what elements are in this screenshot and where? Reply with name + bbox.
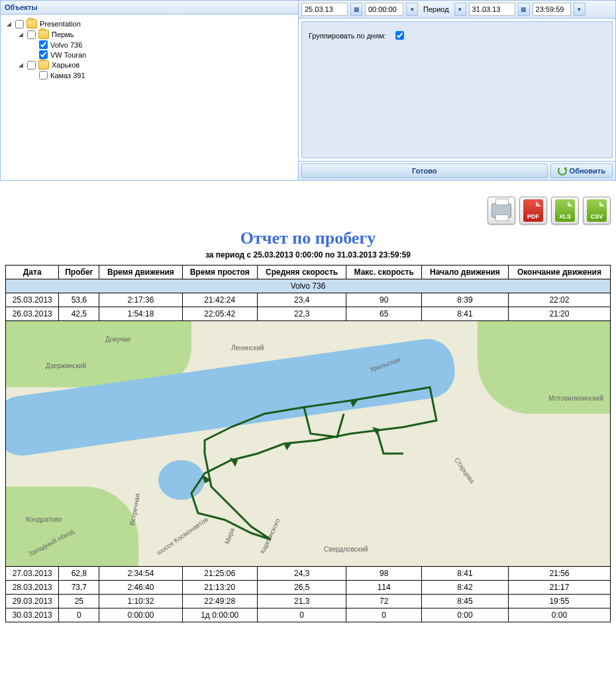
cell: 62,8 xyxy=(59,567,99,581)
col-avg-speed: Средняя скорость xyxy=(257,266,346,279)
ready-button[interactable]: Готово xyxy=(301,164,548,178)
map-row: Докучае Ленинский Дзержинский Мотовилихи… xyxy=(6,321,611,567)
export-pdf-button[interactable]: PDF xyxy=(519,197,547,224)
xls-icon: XLS xyxy=(555,199,575,222)
tree-group-kharkov[interactable]: ◢ Харьков xyxy=(5,60,294,70)
tree-item-volvo[interactable]: Volvo 736 xyxy=(5,40,294,50)
collapse-icon[interactable]: ◢ xyxy=(5,20,13,28)
chevron-down-icon[interactable]: ▾ xyxy=(454,3,466,16)
collapse-icon[interactable]: ◢ xyxy=(17,61,25,69)
map-label: Кондратово xyxy=(26,516,62,523)
cell: 21,3 xyxy=(257,595,346,608)
filter-container: Объекты ◢ Presentation ◢ Пермь Volvo 736 xyxy=(0,0,616,181)
print-button[interactable] xyxy=(488,197,515,224)
to-time-input[interactable] xyxy=(533,3,571,16)
cell: 21:56 xyxy=(508,567,610,581)
report-subtitle: за период с 25.03.2013 0:00:00 по 31.03.… xyxy=(5,250,611,260)
root-checkbox[interactable] xyxy=(15,20,24,28)
folder-icon xyxy=(38,30,49,39)
col-idle-time: Время простоя xyxy=(182,266,257,279)
cell: 0:00:00 xyxy=(99,608,182,622)
col-start: Начало движения xyxy=(422,266,509,279)
cell: 8:41 xyxy=(422,567,509,581)
item-checkbox[interactable] xyxy=(39,50,48,59)
cell: 2:17:36 xyxy=(99,293,182,307)
cell: 21:42:24 xyxy=(182,293,257,307)
cell: 8:39 xyxy=(422,293,509,307)
cell: 73,7 xyxy=(59,581,99,595)
cell: 2:34:54 xyxy=(99,567,182,581)
options-area: Группировать по дням: xyxy=(301,21,613,158)
group-checkbox[interactable] xyxy=(27,30,36,39)
table-row: 29.03.2013 25 1:10:32 22:49:28 21,3 72 8… xyxy=(6,595,611,608)
cell: 19:55 xyxy=(508,595,610,608)
cell: 0:00 xyxy=(508,608,610,622)
cell: 22,3 xyxy=(257,307,346,321)
cell: 98 xyxy=(346,567,422,581)
cell: 0:00 xyxy=(422,608,509,622)
refresh-label: Обновить xyxy=(570,167,605,175)
report-table: Дата Пробег Время движения Время простоя… xyxy=(5,265,611,622)
tree-group-perm[interactable]: ◢ Пермь xyxy=(5,29,294,40)
cell: 22:49:28 xyxy=(182,595,257,608)
table-row: 27.03.2013 62,8 2:34:54 21:25:06 24,3 98… xyxy=(6,567,611,581)
to-date-input[interactable] xyxy=(469,3,515,16)
refresh-button[interactable]: Обновить xyxy=(550,164,613,178)
cell: 21:17 xyxy=(508,581,610,595)
tree-root[interactable]: ◢ Presentation xyxy=(5,19,294,29)
export-xls-button[interactable]: XLS xyxy=(551,197,579,224)
cell: 2:46:40 xyxy=(99,581,182,595)
collapse-icon[interactable]: ◢ xyxy=(17,30,25,38)
spacer xyxy=(28,41,36,49)
item-checkbox[interactable] xyxy=(39,71,48,79)
cell: 114 xyxy=(346,581,422,595)
tree-item-kamaz[interactable]: Камаз 391 xyxy=(5,70,294,80)
cell: 65 xyxy=(346,307,422,321)
report-section: PDF XLS CSV Отчет по пробегу за период с… xyxy=(0,197,616,622)
cell: 72 xyxy=(346,595,422,608)
from-time-input[interactable] xyxy=(365,3,403,16)
tree-label: Пермь xyxy=(52,30,74,38)
cell: 26,5 xyxy=(257,581,346,595)
tree-label: VW Touran xyxy=(50,51,86,59)
export-row: PDF XLS CSV xyxy=(5,197,611,224)
refresh-icon xyxy=(558,166,567,175)
cell: 25.03.2013 xyxy=(6,293,59,307)
col-mileage: Пробег xyxy=(59,266,99,279)
map-label: Свердловский xyxy=(324,546,368,553)
printer-icon xyxy=(491,203,511,218)
report-title: Отчет по пробегу xyxy=(5,228,611,248)
cell: 53,6 xyxy=(59,293,99,307)
calendar-icon[interactable]: ▦ xyxy=(350,3,362,16)
cell: 25 xyxy=(59,595,99,608)
cell: 1:10:32 xyxy=(99,595,182,608)
objects-tree: ◢ Presentation ◢ Пермь Volvo 736 VW Tour… xyxy=(1,15,298,180)
cell: 30.03.2013 xyxy=(6,608,59,622)
tree-item-touran[interactable]: VW Touran xyxy=(5,50,294,60)
map-label: Ленинский xyxy=(231,344,264,352)
group-checkbox[interactable] xyxy=(27,61,36,70)
group-by-days-checkbox[interactable] xyxy=(395,31,404,40)
cell: 23,4 xyxy=(257,293,346,307)
chevron-down-icon[interactable]: ▾ xyxy=(574,3,586,16)
cell: 21:25:06 xyxy=(182,567,257,581)
tree-label: Камаз 391 xyxy=(50,72,85,79)
from-date-input[interactable] xyxy=(301,3,348,16)
map-label: Мотовилихинский xyxy=(548,395,603,402)
cell: 24,3 xyxy=(257,567,346,581)
ready-label: Готово xyxy=(412,167,436,175)
table-row: 26.03.2013 42,5 1:54:18 22:05:42 22,3 65… xyxy=(6,307,611,321)
calendar-icon[interactable]: ▦ xyxy=(518,3,530,16)
cell: 0 xyxy=(257,608,346,622)
vehicle-name: Volvo 736 xyxy=(6,279,611,293)
cell: 1:54:18 xyxy=(99,307,182,321)
route-map[interactable]: Докучае Ленинский Дзержинский Мотовилихи… xyxy=(6,321,610,566)
cell: 28.03.2013 xyxy=(6,581,59,595)
item-checkbox[interactable] xyxy=(39,40,48,49)
export-csv-button[interactable]: CSV xyxy=(583,197,611,224)
chevron-down-icon[interactable]: ▾ xyxy=(406,3,418,16)
settings-panel: ▦ ▾ Период ▾ ▦ ▾ Группировать по дням: Г… xyxy=(299,1,615,180)
objects-header: Объекты xyxy=(1,1,298,15)
cell: 22:05:42 xyxy=(182,307,257,321)
cell: 0 xyxy=(59,608,99,622)
